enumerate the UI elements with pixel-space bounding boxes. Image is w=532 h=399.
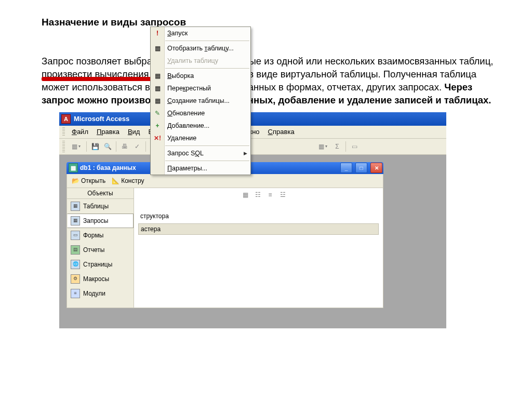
macros-icon: ⚙ <box>71 274 80 284</box>
spelling-button[interactable]: ✓ <box>131 141 143 152</box>
toolbar-grip-icon <box>62 141 65 152</box>
design-icon: 📐 <box>112 177 119 184</box>
menubar-grip-icon <box>62 127 65 137</box>
run-icon: ! <box>151 30 164 37</box>
menu-bar: Файл Правка Вид Вставка Запрос Сервис Ок… <box>59 126 446 139</box>
large-icons-button[interactable]: ▦ <box>240 189 251 201</box>
show-table-button[interactable]: ▦ <box>315 141 330 152</box>
dbwin-content: ▦ ☷ ≡ ☳ структора астера <box>134 188 383 308</box>
menuitem-params[interactable]: Параметры... <box>151 162 250 175</box>
save-button[interactable]: 💾 <box>89 141 101 152</box>
print-preview-button[interactable]: 🔍 <box>102 141 113 152</box>
sidebar-item-reports[interactable]: ▤ Отчеты <box>67 243 134 257</box>
update-icon: ✎ <box>151 110 164 117</box>
sum-button[interactable]: Σ <box>331 141 343 152</box>
dbwin-toolbar: 📂 Открыть 📐 Констру <box>66 174 383 188</box>
mdi-workspace: ▦ db1 : база данных _ □ ✕ 📂 Открыть 📐 Ко… <box>59 155 446 328</box>
sidebar-item-forms[interactable]: ▭ Формы <box>67 228 134 243</box>
sidebar-item-queries[interactable]: ▦ Запросы <box>67 214 134 228</box>
query-menu-dropdown: ! Запуск ▦ Отобразить таблицу... Удалить… <box>150 26 251 175</box>
menuitem-crosstab[interactable]: ▦ Перекрестный <box>151 82 250 95</box>
app-titlebar: A Microsoft Access <box>59 112 446 126</box>
menuitem-select[interactable]: ▦ Выборка <box>151 70 250 82</box>
sidebar-item-tables[interactable]: ▦ Таблицы <box>67 199 134 214</box>
objects-header: Объекты <box>67 188 134 199</box>
dbwin-maximize-button[interactable]: □ <box>355 163 367 173</box>
dbwin-close-button[interactable]: ✕ <box>370 163 382 173</box>
select-icon: ▦ <box>151 72 164 79</box>
details-button[interactable]: ☳ <box>277 189 288 201</box>
intro-plain: Запрос позволяет выбрать необходимые дан… <box>42 56 493 92</box>
pages-icon: 🌐 <box>71 260 80 269</box>
submenu-arrow-icon: ▶ <box>244 151 250 156</box>
access-app-icon: A <box>61 114 71 124</box>
menu-edit[interactable]: Правка <box>93 127 123 137</box>
page-title: Назначение и виды запросов <box>42 17 496 28</box>
tables-icon: ▦ <box>71 202 80 211</box>
menuitem-update[interactable]: ✎ Обновление <box>151 107 250 119</box>
intro-paragraph: Запрос позволяет выбрать необходимые дан… <box>42 55 496 107</box>
menu-file[interactable]: Файл <box>68 127 92 137</box>
list-button[interactable]: ≡ <box>264 189 276 201</box>
reports-icon: ▤ <box>71 245 80 255</box>
small-icons-button[interactable]: ☷ <box>252 189 263 201</box>
menu-help[interactable]: Справка <box>264 127 298 137</box>
dbwin-title: db1 : база данных <box>80 164 136 171</box>
sidebar-item-macros[interactable]: ⚙ Макросы <box>67 272 134 286</box>
open-icon: 📂 <box>72 177 79 184</box>
menu-view[interactable]: Вид <box>124 127 144 137</box>
app-title: Microsoft Access <box>74 115 129 123</box>
menuitem-show-table[interactable]: ▦ Отобразить таблицу... <box>151 42 250 55</box>
access-screenshot: A Microsoft Access Файл Правка Вид Встав… <box>59 112 446 328</box>
menuitem-append[interactable]: + Добавление... <box>151 119 250 132</box>
queries-icon: ▦ <box>71 216 80 225</box>
dbwin-icon: ▦ <box>69 163 78 172</box>
dbwin-minimize-button[interactable]: _ <box>340 163 352 173</box>
append-icon: + <box>151 122 164 129</box>
view-dropdown-button[interactable]: ▦ <box>68 141 84 152</box>
make-table-icon: ▦ <box>151 97 164 104</box>
show-table-icon: ▦ <box>151 45 164 52</box>
menuitem-remove-table: Удалить таблицу <box>151 55 250 67</box>
forms-icon: ▭ <box>71 231 80 240</box>
create-stub-2[interactable]: астера <box>138 223 379 235</box>
database-window: ▦ db1 : база данных _ □ ✕ 📂 Открыть 📐 Ко… <box>66 162 383 308</box>
open-button[interactable]: 📂 Открыть <box>69 176 108 185</box>
design-button[interactable]: 📐 Констру <box>109 176 147 185</box>
sidebar-item-modules[interactable]: ≡ Модули <box>67 286 134 301</box>
menuitem-delete[interactable]: ✕! Удаление <box>151 132 250 144</box>
menuitem-sql[interactable]: Запрос SQL ▶ <box>151 147 250 159</box>
sidebar-item-pages[interactable]: 🌐 Страницы <box>67 257 134 272</box>
menuitem-run[interactable]: ! Запуск <box>151 27 250 39</box>
toolbar: ▦ 💾 🔍 🖶 ✓ ✂ ! ▦ Σ ▭ <box>59 139 446 155</box>
crosstab-icon: ▦ <box>151 85 164 92</box>
menuitem-make-table[interactable]: ▦ Создание таблицы... <box>151 95 250 107</box>
properties-button[interactable]: ▭ <box>349 141 360 152</box>
modules-icon: ≡ <box>71 289 80 298</box>
print-button[interactable]: 🖶 <box>119 141 130 152</box>
create-stub-1[interactable]: структора <box>138 211 379 221</box>
objects-sidebar: Объекты ▦ Таблицы ▦ Запросы ▭ Формы <box>67 188 134 308</box>
delete-icon: ✕! <box>151 135 164 142</box>
